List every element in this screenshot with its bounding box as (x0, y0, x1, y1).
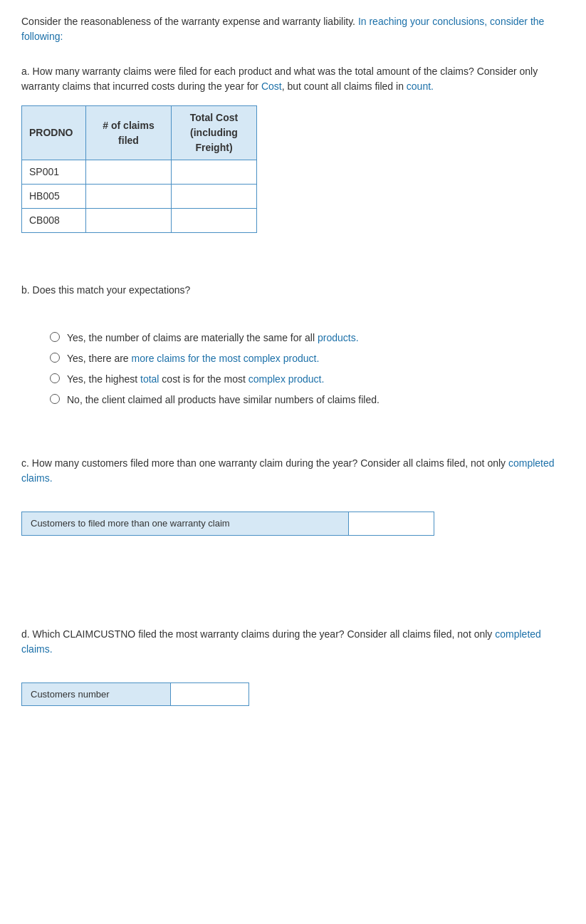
radio-circle-1 (50, 332, 60, 342)
cb008-claims-input[interactable] (86, 209, 172, 233)
table-header-claims: # of claimsfiled (86, 106, 172, 160)
section-d-question: d. Which CLAIMCUSTNO filed the most warr… (21, 627, 565, 657)
intro-text-part1: Consider the reasonableness of the warra… (21, 16, 358, 27)
radio-circle-2 (50, 353, 60, 363)
intro-paragraph: Consider the reasonableness of the warra… (21, 14, 565, 44)
customers-filed-input[interactable] (348, 512, 434, 535)
table-row: HB005 (22, 185, 257, 209)
option-text-1: Yes, the number of claims are materially… (67, 331, 359, 346)
prodno-hb005: HB005 (22, 185, 86, 209)
hb005-claims-input[interactable] (86, 185, 172, 209)
section-b: b. Does this match your expectations? Ye… (21, 283, 565, 408)
customers-number-input[interactable] (170, 683, 248, 706)
table-row: CB008 (22, 209, 257, 233)
section-b-question: b. Does this match your expectations? (21, 283, 565, 298)
section-c-question: c. How many customers filed more than on… (21, 456, 565, 486)
section-a-question: a. How many warranty claims were filed f… (21, 64, 565, 94)
hb005-cost-input[interactable] (172, 185, 257, 209)
radio-option-4[interactable]: No, the client claimed all products have… (50, 393, 565, 408)
prodno-sp001: SP001 (22, 160, 86, 185)
option-text-4: No, the client claimed all products have… (67, 393, 380, 408)
option-text-3: Yes, the highest total cost is for the m… (67, 372, 324, 387)
radio-circle-3 (50, 373, 60, 383)
table-row: SP001 (22, 160, 257, 185)
claims-table: PRODNO # of claimsfiled Total Cost(inclu… (21, 105, 257, 233)
radio-option-3[interactable]: Yes, the highest total cost is for the m… (50, 372, 565, 387)
cb008-cost-input[interactable] (172, 209, 257, 233)
customers-filed-label: Customers to filed more than one warrant… (22, 512, 348, 535)
table-header-cost: Total Cost(includingFreight) (172, 106, 257, 160)
table-header-prodno: PRODNO (22, 106, 86, 160)
customers-filed-row: Customers to filed more than one warrant… (21, 512, 434, 536)
section-d: d. Which CLAIMCUSTNO filed the most warr… (21, 627, 565, 707)
option-text-2: Yes, there are more claims for the most … (67, 351, 319, 366)
sp001-claims-input[interactable] (86, 160, 172, 185)
section-a: a. How many warranty claims were filed f… (21, 64, 565, 233)
radio-options-group: Yes, the number of claims are materially… (50, 331, 565, 408)
radio-option-2[interactable]: Yes, there are more claims for the most … (50, 351, 565, 366)
customers-number-row: Customers number (21, 682, 249, 707)
radio-circle-4 (50, 394, 60, 404)
section-c: c. How many customers filed more than on… (21, 456, 565, 536)
radio-option-1[interactable]: Yes, the number of claims are materially… (50, 331, 565, 346)
section-b-question-text: b. Does this match your expectations? (21, 284, 190, 296)
sp001-cost-input[interactable] (172, 160, 257, 185)
prodno-cb008: CB008 (22, 209, 86, 233)
customers-number-label: Customers number (22, 683, 170, 706)
